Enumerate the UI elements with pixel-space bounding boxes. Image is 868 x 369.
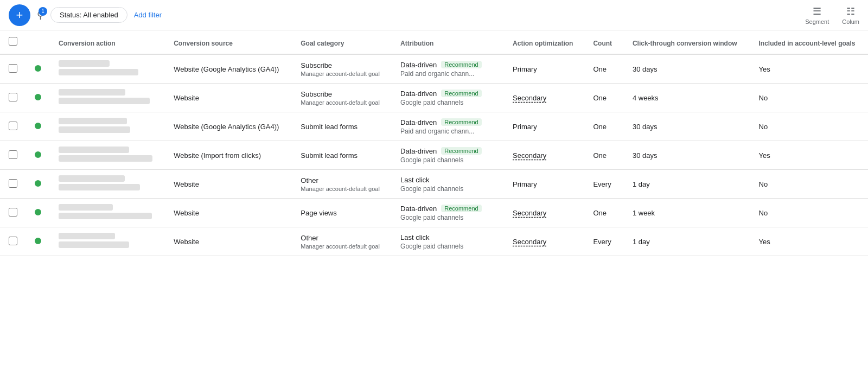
- select-all-checkbox[interactable]: [9, 37, 17, 46]
- attribution-cell: Last clickGoogle paid channels: [392, 170, 504, 199]
- row-checkbox[interactable]: [9, 64, 17, 73]
- action-optimization-cell[interactable]: Primary: [504, 112, 584, 141]
- conversion-source-cell: Website (Google Analytics (GA4)): [165, 54, 292, 84]
- action-optimization-cell[interactable]: Secondary: [504, 141, 584, 170]
- row-checkbox[interactable]: [9, 150, 17, 159]
- attribution-cell: Data-drivenRecommendGoogle paid channels: [392, 199, 504, 227]
- columns-icon: ☷: [846, 5, 855, 17]
- status-dot: [35, 94, 41, 100]
- conversion-source-cell: Website: [165, 170, 292, 199]
- count-cell: One: [584, 141, 623, 170]
- action-optimization-cell[interactable]: Primary: [504, 54, 584, 84]
- conversion-source-cell: Website: [165, 199, 292, 227]
- segment-icon: ☰: [813, 5, 821, 17]
- count-cell: One: [584, 112, 623, 141]
- optimization-value[interactable]: Secondary: [513, 238, 546, 246]
- attr-channel: Google paid channels: [400, 99, 495, 106]
- row-checkbox[interactable]: [9, 93, 17, 101]
- ctw-cell: 4 weeks: [624, 84, 750, 112]
- header-goal-category: Goal category: [292, 30, 392, 54]
- recommend-badge: Recommend: [441, 90, 481, 97]
- attr-model: Data-driven: [400, 61, 437, 69]
- status-dot: [35, 180, 41, 187]
- optimization-value[interactable]: Secondary: [513, 94, 546, 102]
- header-count: Count: [584, 30, 623, 54]
- filter-button[interactable]: ⚲ 1: [37, 9, 44, 21]
- attr-model: Data-driven: [400, 90, 437, 98]
- table-row: WebsiteOtherManager account-default goal…: [0, 227, 868, 256]
- action-name-line1: [59, 233, 115, 239]
- conversion-action-cell: [50, 84, 165, 112]
- goal-category-cell: SubscribeManager account-default goal: [292, 84, 392, 112]
- count-cell: One: [584, 199, 623, 227]
- add-filter-button[interactable]: Add filter: [134, 11, 162, 19]
- count-cell: One: [584, 54, 623, 84]
- recommend-badge: Recommend: [441, 205, 481, 212]
- row-checkbox[interactable]: [9, 122, 17, 130]
- goal-sub: Manager account-default goal: [301, 71, 383, 77]
- goal-main: Subscribe: [301, 90, 383, 98]
- recommend-badge: Recommend: [441, 61, 481, 68]
- attribution-row: Data-drivenRecommend: [400, 147, 495, 155]
- action-optimization-cell[interactable]: Secondary: [504, 227, 584, 256]
- attribution-row: Last click: [400, 233, 495, 241]
- columns-label: Colum: [842, 18, 859, 25]
- included-cell: Yes: [750, 141, 869, 170]
- conversion-action-cell: [50, 141, 165, 170]
- header-ctw: Click-through conversion window: [624, 30, 750, 54]
- included-cell: Yes: [750, 227, 869, 256]
- conversions-table-container: Conversion action Conversion source Goal…: [0, 30, 868, 256]
- optimization-value[interactable]: Secondary: [513, 209, 546, 217]
- action-optimization-cell[interactable]: Secondary: [504, 199, 584, 227]
- plus-icon: +: [16, 8, 23, 22]
- columns-button[interactable]: ☷ Colum: [842, 5, 859, 25]
- table-row: Website (Google Analytics (GA4))Subscrib…: [0, 54, 868, 84]
- attribution-cell: Data-drivenRecommendPaid and organic cha…: [392, 54, 504, 84]
- conversion-source-cell: Website: [165, 227, 292, 256]
- attr-model: Last click: [400, 176, 429, 184]
- ctw-cell: 1 week: [624, 199, 750, 227]
- toolbar: + ⚲ 1 Status: All enabled Add filter ☰ S…: [0, 0, 868, 30]
- attribution-cell: Data-drivenRecommendGoogle paid channels: [392, 84, 504, 112]
- row-checkbox[interactable]: [9, 208, 17, 217]
- attribution-row: Data-drivenRecommend: [400, 118, 495, 126]
- optimization-value: Primary: [513, 180, 537, 188]
- attr-channel: Paid and organic chann...: [400, 128, 495, 135]
- goal-sub: Manager account-default goal: [301, 186, 383, 192]
- attribution-row: Data-drivenRecommend: [400, 205, 495, 213]
- ctw-cell: 30 days: [624, 112, 750, 141]
- count-cell: One: [584, 84, 623, 112]
- status-dot: [35, 65, 41, 72]
- status-filter-button[interactable]: Status: All enabled: [50, 7, 127, 23]
- conversion-action-cell: [50, 199, 165, 227]
- filter-badge: 1: [39, 7, 47, 16]
- action-name-line2: [59, 98, 150, 104]
- conversion-source-cell: Website (Google Analytics (GA4)): [165, 112, 292, 141]
- action-optimization-cell[interactable]: Primary: [504, 170, 584, 199]
- action-name-line1: [59, 60, 110, 67]
- action-optimization-cell[interactable]: Secondary: [504, 84, 584, 112]
- attr-model: Data-driven: [400, 147, 437, 155]
- row-checkbox[interactable]: [9, 237, 17, 245]
- optimization-value[interactable]: Secondary: [513, 151, 546, 160]
- action-name-line1: [59, 175, 125, 182]
- table-row: WebsiteOtherManager account-default goal…: [0, 170, 868, 199]
- row-checkbox[interactable]: [9, 179, 17, 188]
- included-cell: Yes: [750, 54, 869, 84]
- goal-category-cell: OtherManager account-default goal: [292, 170, 392, 199]
- action-name-line1: [59, 204, 113, 211]
- included-cell: No: [750, 84, 869, 112]
- table-body: Website (Google Analytics (GA4))Subscrib…: [0, 54, 868, 256]
- segment-button[interactable]: ☰ Segment: [805, 5, 829, 25]
- segment-label: Segment: [805, 18, 829, 25]
- action-name-line1: [59, 118, 127, 124]
- goal-sub: Manager account-default goal: [301, 99, 383, 106]
- header-checkbox[interactable]: [0, 30, 26, 54]
- ctw-cell: 30 days: [624, 54, 750, 84]
- count-cell: Every: [584, 170, 623, 199]
- recommend-badge: Recommend: [441, 147, 481, 155]
- add-button[interactable]: +: [9, 4, 30, 26]
- attr-channel: Google paid channels: [400, 243, 495, 250]
- header-included: Included in account-level goals: [750, 30, 869, 54]
- included-cell: No: [750, 170, 869, 199]
